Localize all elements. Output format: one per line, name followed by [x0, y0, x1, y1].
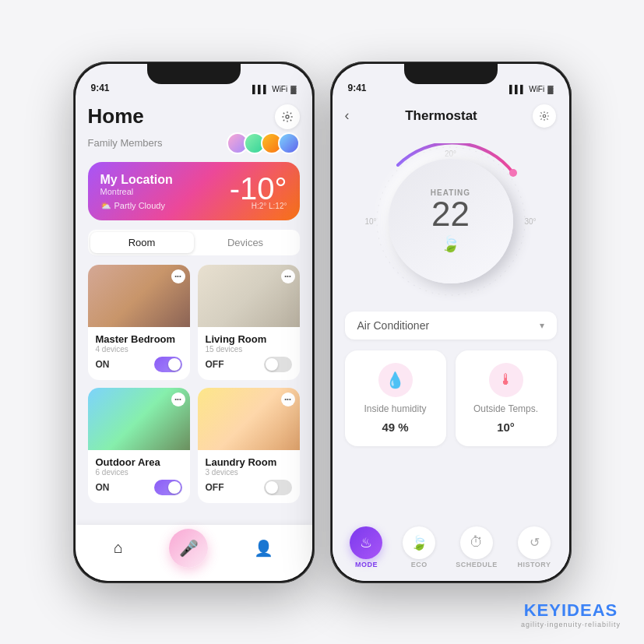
family-avatars [227, 132, 300, 154]
weather-hl: H:2° L:12° [252, 202, 287, 210]
dial-inner: HEATING 22 🍃 [389, 159, 513, 283]
room-devices-laundry: 3 devices [206, 468, 292, 477]
svg-point-0 [286, 115, 289, 118]
schedule-label: SCHEDULE [456, 561, 498, 568]
room-devices-tabs: Room Devices [88, 230, 300, 255]
settings-button[interactable] [275, 104, 300, 129]
tab-room[interactable]: Room [90, 232, 194, 253]
leaf-icon: 🍃 [441, 234, 460, 253]
room-devices-bedroom: 4 devices [96, 345, 182, 354]
room-options-bedroom[interactable]: ••• [171, 269, 185, 283]
room-options-living[interactable]: ••• [281, 269, 295, 283]
home-icon: ⌂ [114, 539, 123, 557]
mode-icon: ♨ [350, 526, 382, 559]
tab-devices[interactable]: Devices [194, 232, 297, 253]
nav-mode[interactable]: ♨ MODE [350, 526, 382, 568]
thermostat-title: Thermostat [405, 108, 477, 124]
toggle-living[interactable] [264, 357, 292, 372]
weather-card: My Location Montreal -10° ⛅ Partly Cloud… [88, 162, 300, 220]
room-card-laundry[interactable]: ••• Laundry Room 3 devices OFF [198, 388, 300, 503]
room-image-bedroom: ••• [88, 265, 190, 327]
room-options-outdoor[interactable]: ••• [171, 392, 185, 406]
room-image-outdoor: ••• [88, 388, 190, 450]
svg-point-1 [544, 114, 547, 118]
toggle-outdoor[interactable] [154, 480, 182, 495]
room-image-living: ••• [198, 265, 300, 327]
outside-temp-icon: 🌡 [489, 363, 523, 397]
phone-home: 9:41 ▌▌▌ WiFi ▓ Home [73, 62, 315, 583]
status-icons: ▌▌▌ WiFi ▓ [252, 85, 297, 93]
room-name-bedroom: Master Bedroom [96, 333, 182, 345]
signal-icon-2: ▌▌▌ [509, 85, 526, 93]
back-button[interactable]: ‹ [345, 107, 350, 124]
gear-icon-2 [539, 111, 550, 121]
brand-logo: KEYIDEAS agility·ingenuity·reliability [521, 600, 621, 628]
room-status-bedroom: ON [96, 359, 110, 370]
room-status-living: OFF [206, 359, 224, 370]
weather-condition: ⛅ Partly Cloudy [100, 201, 165, 211]
dial-label-20: 20° [445, 150, 456, 158]
eco-icon: 🍃 [403, 526, 435, 559]
room-status-outdoor: ON [96, 482, 110, 493]
nav-home[interactable]: ⌂ [114, 539, 123, 557]
humidity-value: 49 % [382, 421, 408, 434]
nav-profile[interactable]: 👤 [254, 539, 273, 558]
brand-name: KEYIDEAS [521, 600, 621, 621]
dropdown-label: Air Conditioner [357, 319, 430, 332]
profile-icon: 👤 [254, 539, 273, 558]
room-options-laundry[interactable]: ••• [281, 392, 295, 406]
humidity-label: Inside humidity [364, 403, 426, 414]
gear-icon [281, 111, 294, 123]
bottom-nav: ⌂ 🎤 👤 [76, 525, 312, 581]
signal-icon: ▌▌▌ [252, 85, 269, 93]
thermostat-nav: ♨ MODE 🍃 ECO ⏱ SCHEDULE ↺ HISTORY [333, 525, 569, 581]
avatar-4 [278, 132, 300, 154]
sensor-grid: 💧 Inside humidity 49 % 🌡 Outside Temps. … [345, 350, 557, 446]
svg-point-3 [509, 169, 517, 177]
thermostat-dial[interactable]: HEATING 22 🍃 20° 30° 10° [345, 143, 557, 299]
room-card-outdoor[interactable]: ••• Outdoor Area 6 devices ON [88, 388, 190, 503]
battery-icon: ▓ [290, 85, 296, 93]
weather-temp: -10° [230, 173, 287, 204]
mode-label: MODE [355, 561, 378, 568]
mic-button[interactable]: 🎤 [169, 529, 208, 568]
eco-label: ECO [411, 561, 428, 568]
sensor-outside-temp: 🌡 Outside Temps. 10° [456, 350, 557, 446]
dropdown-arrow-icon: ▾ [540, 320, 544, 331]
brand-ideas: IDEAS [561, 600, 618, 620]
room-name-outdoor: Outdoor Area [96, 456, 182, 468]
status-time: 9:41 [91, 83, 110, 93]
dial-label-30: 30° [524, 216, 536, 225]
dial-temperature: 22 [431, 197, 470, 231]
room-status-laundry: OFF [206, 482, 224, 493]
wifi-icon-2: WiFi [529, 85, 544, 93]
room-name-laundry: Laundry Room [206, 456, 292, 468]
history-icon: ↺ [518, 526, 551, 559]
dial-label-10: 10° [365, 216, 377, 225]
room-devices-outdoor: 6 devices [96, 468, 182, 477]
history-label: HISTORY [518, 561, 551, 568]
thermostat-settings-button[interactable] [533, 104, 556, 128]
brand-tagline: agility·ingenuity·reliability [521, 621, 621, 628]
battery-icon-2: ▓ [547, 85, 553, 93]
device-dropdown[interactable]: Air Conditioner ▾ [345, 311, 557, 340]
humidity-icon: 💧 [378, 363, 413, 397]
room-name-living: Living Room [206, 333, 292, 345]
nav-schedule[interactable]: ⏱ SCHEDULE [456, 526, 498, 568]
sensor-humidity: 💧 Inside humidity 49 % [345, 350, 446, 446]
room-image-laundry: ••• [198, 388, 300, 450]
wifi-icon: WiFi [272, 85, 287, 93]
room-card-bedroom[interactable]: ••• Master Bedroom 4 devices ON [88, 265, 190, 380]
toggle-laundry[interactable] [264, 480, 292, 495]
outside-temp-value: 10° [497, 421, 515, 434]
cloud-icon: ⛅ [100, 201, 111, 211]
home-title: Home [88, 104, 144, 128]
schedule-icon: ⏱ [460, 526, 493, 559]
room-card-living[interactable]: ••• Living Room 15 devices OFF [198, 265, 300, 380]
nav-history[interactable]: ↺ HISTORY [518, 526, 551, 568]
status-icons-2: ▌▌▌ WiFi ▓ [509, 85, 554, 93]
toggle-bedroom[interactable] [154, 357, 182, 372]
family-label: Family Members [88, 137, 163, 149]
status-time-2: 9:41 [348, 83, 367, 93]
nav-eco[interactable]: 🍃 ECO [403, 526, 435, 568]
